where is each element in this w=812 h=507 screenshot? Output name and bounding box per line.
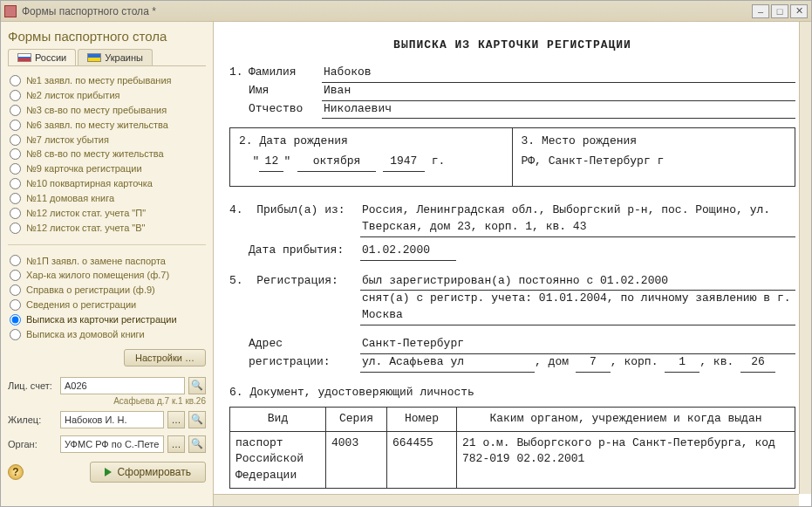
patronymic-value: Николаевич [322,101,795,120]
td-type: паспорт Российской Федерации [230,431,326,489]
close-button[interactable]: ✕ [790,4,808,18]
generate-button[interactable]: Сформировать [90,462,206,483]
form-radio[interactable] [10,105,21,116]
reg-city: Санкт-Петербург [360,336,795,354]
flag-ukraine-icon [87,53,101,62]
form-option[interactable]: №1 заявл. по месту пребывания [8,73,206,88]
form-option-label: №12 листок стат. учета "В" [26,222,146,235]
korp-label: , корп. [611,354,658,373]
form-radio[interactable] [10,314,21,325]
account-label: Лиц. счет: [8,380,57,391]
account-lookup-button[interactable]: 🔍 [188,377,206,394]
th-issued: Каким органом, учреждением и когда выдан [457,407,795,431]
form-radio[interactable] [10,193,21,204]
scrollbar-vertical[interactable] [799,22,811,494]
organ-lookup-button[interactable]: 🔍 [188,435,206,453]
form-option[interactable]: №6 заявл. по месту жительства [8,118,206,133]
name-value: Иван [322,83,795,101]
tab-ukraine[interactable]: Украины [78,49,153,65]
form-option-label: Сведения о регистрации [26,298,136,312]
th-number: Номер [387,407,457,431]
help-button[interactable]: ? [8,464,24,480]
generate-label: Сформировать [117,466,191,478]
birth-day: 12 [259,154,283,172]
form-radio[interactable] [10,255,21,266]
birthdate-label: 2. Дата рождения [239,134,503,150]
form-option[interactable]: Выписка из домовой книги [8,327,206,342]
form-option[interactable]: №10 поквартирная карточка [8,176,206,191]
form-option-label: №1П заявл. о замене паспорта [26,255,166,268]
form-option[interactable]: Выписка из карточки регистрации [8,312,206,327]
form-radio[interactable] [10,178,21,189]
organ-more-button[interactable]: … [167,435,185,453]
form-radio[interactable] [10,148,21,160]
form-option[interactable]: №7 листок убытия [8,133,206,147]
form-list-1: №1 заявл. по месту пребывания№2 листок п… [8,70,206,238]
year-suffix: г. [432,154,446,172]
reg-korp: 1 [665,354,699,373]
reg-house: 7 [576,354,611,373]
divider [8,244,206,245]
birthplace-value: РФ, Санкт-Петербург г [522,154,787,170]
resident-lookup-button[interactable]: 🔍 [188,411,206,428]
form-option[interactable]: Справка о регистрации (ф.9) [8,283,206,298]
organ-input[interactable]: УФМС РФ по С.-Пете [60,435,164,453]
tab-russia[interactable]: России [8,49,76,65]
registration-line1: был зарегистрирован(а) постоянно с 01.02… [360,273,795,291]
form-option[interactable]: Хар-ка жилого помещения (ф.7) [8,268,206,283]
arrival-date-label: Дата прибытия: [249,243,360,261]
td-number: 664455 [387,431,457,489]
form-option-label: №1 заявл. по месту пребывания [26,74,172,87]
resident-label: Жилец: [8,415,57,425]
form-option[interactable]: №12 листок стат. учета "В" [8,221,206,236]
account-hint: Асафьева д.7 к.1 кв.26 [8,396,206,406]
form-option-label: №11 домовая книга [26,192,114,205]
form-option[interactable]: Сведения о регистрации [8,298,206,312]
titlebar: Формы паспортного стола * – □ ✕ [1,1,811,22]
th-type: Вид [230,407,326,431]
form-radio[interactable] [10,208,21,219]
maximize-button[interactable]: □ [771,4,788,18]
form-radio[interactable] [10,134,21,146]
form-option[interactable]: №8 св-во по месту жительства [8,147,206,161]
identity-doc-table: Вид Серия Номер Каким органом, учреждени… [229,407,795,489]
form-option-label: №7 листок убытия [26,134,109,147]
form-option[interactable]: №11 домовая книга [8,191,206,206]
form-option-label: №6 заявл. по месту жительства [26,119,168,132]
form-radio[interactable] [10,120,21,131]
td-issued: 21 о.м. Выборгского р-на Санкт-Петербург… [457,431,795,489]
form-radio[interactable] [10,284,21,296]
reg-flat: 26 [740,354,775,373]
form-radio[interactable] [10,75,21,86]
account-input[interactable]: А026 [60,377,185,394]
flat-label: , кв. [699,354,734,373]
birthplace-label: 3. Место рождения [522,134,787,150]
form-option-label: Хар-ка жилого помещения (ф.7) [26,269,169,282]
minimize-button[interactable]: – [752,4,769,18]
form-radio[interactable] [10,299,21,311]
form-radio[interactable] [10,90,21,101]
resident-input[interactable]: Набоков И. Н. [60,411,164,428]
arrived-value: Россия, Ленинградская обл., Выборгский р… [360,202,795,237]
form-radio[interactable] [10,163,21,175]
form-option[interactable]: №1П заявл. о замене паспорта [8,254,206,269]
form-option[interactable]: №12 листок стат. учета "П" [8,206,206,221]
form-option-label: Справка о регистрации (ф.9) [26,284,155,297]
house-label: , дом [535,354,569,373]
form-radio[interactable] [10,270,21,281]
form-radio[interactable] [10,223,21,234]
doc-section-label: 6. Документ, удостоверяющий личность [229,385,795,401]
form-option[interactable]: №3 св-во по месту пребывания [8,103,206,118]
arrived-label: 4. Прибыл(а) из: [229,202,360,237]
registration-label: 5. Регистрация: [229,273,360,291]
play-icon [105,468,112,476]
arrival-date-value: 01.02.2000 [360,243,456,261]
organ-label: Орган: [8,439,57,449]
form-option[interactable]: №2 листок прибытия [8,88,206,103]
form-radio[interactable] [10,329,21,340]
form-option[interactable]: №9 карточка регистрации [8,161,206,176]
scrollbar-horizontal[interactable] [214,494,799,506]
th-series: Серия [326,407,387,431]
resident-more-button[interactable]: … [167,411,185,428]
settings-button[interactable]: Настройки … [124,349,206,367]
